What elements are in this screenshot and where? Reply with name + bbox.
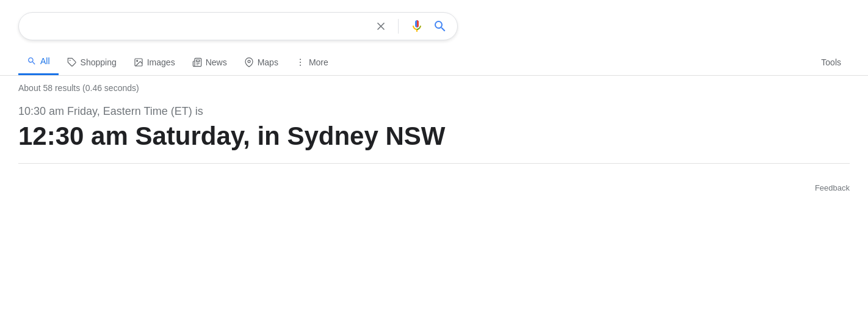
image-icon — [134, 57, 143, 67]
search-button[interactable] — [433, 19, 447, 34]
tab-maps[interactable]: Maps — [236, 50, 287, 75]
search-icon — [27, 56, 37, 66]
svg-point-8 — [300, 64, 301, 65]
svg-point-7 — [300, 62, 301, 63]
dots-vertical-icon — [295, 57, 305, 67]
tab-images[interactable]: Images — [125, 50, 184, 75]
tab-news[interactable]: News — [184, 50, 236, 75]
feedback-row: Feedback — [0, 176, 868, 192]
tab-shopping-label: Shopping — [81, 57, 117, 67]
tag-icon — [67, 57, 77, 67]
feedback-button[interactable]: Feedback — [815, 183, 850, 192]
tab-all-label: All — [40, 56, 50, 66]
svg-point-6 — [300, 59, 301, 60]
search-divider — [398, 19, 399, 34]
tab-shopping[interactable]: Shopping — [59, 50, 125, 75]
result-divider — [18, 163, 850, 164]
mic-icon[interactable] — [410, 19, 424, 34]
search-bar-icons — [375, 19, 447, 34]
time-result: 12:30 am Saturday, in Sydney NSW — [18, 122, 850, 151]
map-pin-icon — [244, 57, 254, 67]
search-bar-container: 10.30 EST in sydney — [0, 0, 868, 46]
tab-images-label: Images — [147, 57, 175, 67]
search-bar: 10.30 EST in sydney — [18, 12, 458, 40]
search-input[interactable]: 10.30 EST in sydney — [29, 20, 375, 33]
svg-point-5 — [248, 60, 250, 62]
results-count: About 58 results (0.46 seconds) — [18, 83, 850, 93]
tab-more-label: More — [309, 57, 328, 67]
tab-maps-label: Maps — [258, 57, 278, 67]
svg-point-4 — [136, 60, 137, 61]
tab-more[interactable]: More — [287, 50, 337, 75]
tools-label: Tools — [821, 57, 841, 67]
main-content: About 58 results (0.46 seconds) 10:30 am… — [0, 76, 868, 176]
tab-news-label: News — [206, 57, 227, 67]
time-subtitle: 10:30 am Friday, Eastern Time (ET) is — [18, 105, 850, 118]
nav-bar: All Shopping Images New — [0, 49, 868, 76]
newspaper-icon — [192, 57, 202, 67]
clear-icon[interactable] — [375, 20, 387, 32]
tools-button[interactable]: Tools — [812, 50, 850, 75]
tab-all[interactable]: All — [18, 49, 59, 75]
